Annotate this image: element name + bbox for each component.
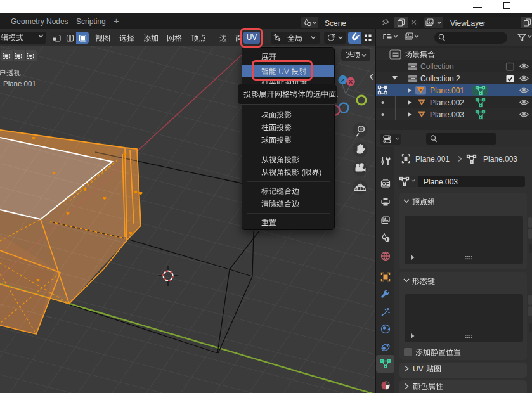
svg-text:Collection: Collection [420, 62, 454, 71]
svg-text:Plane.003: Plane.003 [430, 110, 464, 119]
svg-text:Plane.001: Plane.001 [430, 86, 464, 95]
svg-text:Plane.003: Plane.003 [483, 155, 517, 164]
svg-text:Plane.002: Plane.002 [430, 98, 464, 107]
svg-text:Z: Z [341, 77, 345, 84]
svg-text:Plane.001: Plane.001 [415, 155, 450, 164]
svg-text:X: X [349, 78, 353, 85]
svg-text:Plane.003: Plane.003 [424, 177, 458, 186]
svg-text:Collection 2: Collection 2 [420, 74, 460, 83]
svg-text:UV: UV [413, 364, 424, 373]
